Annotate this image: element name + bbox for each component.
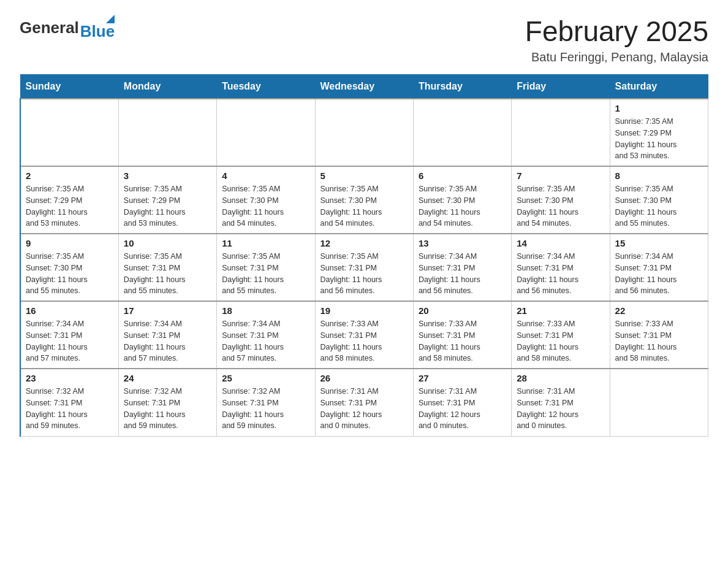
- day-info: Sunrise: 7:35 AMSunset: 7:31 PMDaylight:…: [124, 251, 211, 297]
- calendar-cell: 23Sunrise: 7:32 AMSunset: 7:31 PMDayligh…: [20, 369, 118, 436]
- calendar-cell: 9Sunrise: 7:35 AMSunset: 7:30 PMDaylight…: [20, 234, 118, 301]
- day-info: Sunrise: 7:31 AMSunset: 7:31 PMDaylight:…: [320, 386, 408, 432]
- logo-blue-part: Blue: [80, 15, 115, 41]
- calendar-header: SundayMondayTuesdayWednesdayThursdayFrid…: [20, 75, 708, 99]
- day-info: Sunrise: 7:35 AMSunset: 7:29 PMDaylight:…: [615, 116, 703, 162]
- day-number: 3: [124, 170, 211, 181]
- day-info: Sunrise: 7:35 AMSunset: 7:29 PMDaylight:…: [26, 183, 113, 229]
- day-info: Sunrise: 7:31 AMSunset: 7:31 PMDaylight:…: [419, 386, 506, 432]
- calendar-cell: [512, 99, 610, 166]
- day-info: Sunrise: 7:31 AMSunset: 7:31 PMDaylight:…: [517, 386, 604, 432]
- calendar-cell: 27Sunrise: 7:31 AMSunset: 7:31 PMDayligh…: [413, 369, 511, 436]
- calendar-body: 1Sunrise: 7:35 AMSunset: 7:29 PMDaylight…: [20, 99, 708, 436]
- calendar-cell: [610, 369, 708, 436]
- day-info: Sunrise: 7:35 AMSunset: 7:31 PMDaylight:…: [320, 251, 408, 297]
- weekday-header-row: SundayMondayTuesdayWednesdayThursdayFrid…: [20, 75, 708, 99]
- day-number: 1: [615, 103, 703, 113]
- day-number: 26: [320, 373, 408, 383]
- logo-general-text: General: [20, 18, 79, 37]
- title-area: February 2025 Batu Feringgi, Penang, Mal…: [525, 15, 708, 64]
- day-number: 10: [124, 238, 211, 248]
- day-number: 15: [615, 238, 703, 248]
- day-number: 24: [124, 373, 211, 383]
- subtitle: Batu Feringgi, Penang, Malaysia: [525, 50, 708, 64]
- day-info: Sunrise: 7:32 AMSunset: 7:31 PMDaylight:…: [222, 386, 309, 432]
- weekday-header-thursday: Thursday: [413, 75, 511, 99]
- calendar-cell: 16Sunrise: 7:34 AMSunset: 7:31 PMDayligh…: [20, 301, 118, 369]
- day-info: Sunrise: 7:35 AMSunset: 7:30 PMDaylight:…: [419, 183, 506, 229]
- day-info: Sunrise: 7:34 AMSunset: 7:31 PMDaylight:…: [222, 318, 309, 364]
- calendar-cell: [118, 99, 216, 166]
- day-info: Sunrise: 7:33 AMSunset: 7:31 PMDaylight:…: [320, 318, 408, 364]
- calendar-cell: 11Sunrise: 7:35 AMSunset: 7:31 PMDayligh…: [217, 234, 315, 301]
- day-number: 5: [320, 170, 408, 181]
- week-row-4: 16Sunrise: 7:34 AMSunset: 7:31 PMDayligh…: [20, 301, 708, 369]
- calendar-cell: 26Sunrise: 7:31 AMSunset: 7:31 PMDayligh…: [315, 369, 413, 436]
- day-number: 28: [517, 373, 604, 383]
- calendar-cell: 13Sunrise: 7:34 AMSunset: 7:31 PMDayligh…: [413, 234, 511, 301]
- day-info: Sunrise: 7:35 AMSunset: 7:29 PMDaylight:…: [124, 183, 211, 229]
- calendar-cell: 5Sunrise: 7:35 AMSunset: 7:30 PMDaylight…: [315, 166, 413, 234]
- calendar-cell: 17Sunrise: 7:34 AMSunset: 7:31 PMDayligh…: [118, 301, 216, 369]
- weekday-header-tuesday: Tuesday: [217, 75, 315, 99]
- day-info: Sunrise: 7:33 AMSunset: 7:31 PMDaylight:…: [517, 318, 604, 364]
- calendar-cell: 1Sunrise: 7:35 AMSunset: 7:29 PMDaylight…: [610, 99, 708, 166]
- day-info: Sunrise: 7:35 AMSunset: 7:30 PMDaylight:…: [222, 183, 309, 229]
- day-number: 12: [320, 238, 408, 248]
- calendar-cell: 20Sunrise: 7:33 AMSunset: 7:31 PMDayligh…: [413, 301, 511, 369]
- day-info: Sunrise: 7:34 AMSunset: 7:31 PMDaylight:…: [615, 251, 703, 297]
- calendar-cell: 2Sunrise: 7:35 AMSunset: 7:29 PMDaylight…: [20, 166, 118, 234]
- day-number: 16: [26, 305, 113, 316]
- day-info: Sunrise: 7:35 AMSunset: 7:30 PMDaylight:…: [615, 183, 703, 229]
- week-row-3: 9Sunrise: 7:35 AMSunset: 7:30 PMDaylight…: [20, 234, 708, 301]
- calendar-cell: 19Sunrise: 7:33 AMSunset: 7:31 PMDayligh…: [315, 301, 413, 369]
- weekday-header-monday: Monday: [118, 75, 216, 99]
- logo: General Blue: [20, 15, 115, 41]
- calendar-cell: [20, 99, 118, 166]
- header-area: General Blue February 2025 Batu Feringgi…: [20, 15, 708, 64]
- main-title: February 2025: [525, 15, 708, 48]
- calendar-cell: 25Sunrise: 7:32 AMSunset: 7:31 PMDayligh…: [217, 369, 315, 436]
- weekday-header-wednesday: Wednesday: [315, 75, 413, 99]
- day-number: 23: [26, 373, 113, 383]
- logo-blue-text: Blue: [80, 22, 115, 41]
- day-number: 14: [517, 238, 604, 248]
- weekday-header-sunday: Sunday: [20, 75, 118, 99]
- day-info: Sunrise: 7:34 AMSunset: 7:31 PMDaylight:…: [124, 318, 211, 364]
- calendar-cell: 24Sunrise: 7:32 AMSunset: 7:31 PMDayligh…: [118, 369, 216, 436]
- calendar-cell: 4Sunrise: 7:35 AMSunset: 7:30 PMDaylight…: [217, 166, 315, 234]
- day-info: Sunrise: 7:33 AMSunset: 7:31 PMDaylight:…: [615, 318, 703, 364]
- day-info: Sunrise: 7:32 AMSunset: 7:31 PMDaylight:…: [26, 386, 113, 432]
- day-number: 17: [124, 305, 211, 316]
- week-row-2: 2Sunrise: 7:35 AMSunset: 7:29 PMDaylight…: [20, 166, 708, 234]
- day-info: Sunrise: 7:35 AMSunset: 7:31 PMDaylight:…: [222, 251, 309, 297]
- calendar-table: SundayMondayTuesdayWednesdayThursdayFrid…: [20, 74, 708, 437]
- calendar-cell: 3Sunrise: 7:35 AMSunset: 7:29 PMDaylight…: [118, 166, 216, 234]
- calendar-cell: 22Sunrise: 7:33 AMSunset: 7:31 PMDayligh…: [610, 301, 708, 369]
- day-number: 7: [517, 170, 604, 181]
- calendar-cell: 28Sunrise: 7:31 AMSunset: 7:31 PMDayligh…: [512, 369, 610, 436]
- weekday-header-saturday: Saturday: [610, 75, 708, 99]
- day-number: 20: [419, 305, 506, 316]
- weekday-header-friday: Friday: [512, 75, 610, 99]
- day-info: Sunrise: 7:32 AMSunset: 7:31 PMDaylight:…: [124, 386, 211, 432]
- calendar-cell: 21Sunrise: 7:33 AMSunset: 7:31 PMDayligh…: [512, 301, 610, 369]
- day-info: Sunrise: 7:34 AMSunset: 7:31 PMDaylight:…: [26, 318, 113, 364]
- day-info: Sunrise: 7:35 AMSunset: 7:30 PMDaylight:…: [26, 251, 113, 297]
- day-info: Sunrise: 7:34 AMSunset: 7:31 PMDaylight:…: [517, 251, 604, 297]
- day-number: 11: [222, 238, 309, 248]
- day-info: Sunrise: 7:35 AMSunset: 7:30 PMDaylight:…: [320, 183, 408, 229]
- calendar-cell: 18Sunrise: 7:34 AMSunset: 7:31 PMDayligh…: [217, 301, 315, 369]
- calendar-cell: 7Sunrise: 7:35 AMSunset: 7:30 PMDaylight…: [512, 166, 610, 234]
- day-info: Sunrise: 7:34 AMSunset: 7:31 PMDaylight:…: [419, 251, 506, 297]
- calendar-cell: 10Sunrise: 7:35 AMSunset: 7:31 PMDayligh…: [118, 234, 216, 301]
- day-number: 27: [419, 373, 506, 383]
- day-number: 8: [615, 170, 703, 181]
- calendar-cell: 15Sunrise: 7:34 AMSunset: 7:31 PMDayligh…: [610, 234, 708, 301]
- week-row-1: 1Sunrise: 7:35 AMSunset: 7:29 PMDaylight…: [20, 99, 708, 166]
- calendar-cell: 6Sunrise: 7:35 AMSunset: 7:30 PMDaylight…: [413, 166, 511, 234]
- week-row-5: 23Sunrise: 7:32 AMSunset: 7:31 PMDayligh…: [20, 369, 708, 436]
- day-number: 13: [419, 238, 506, 248]
- day-info: Sunrise: 7:33 AMSunset: 7:31 PMDaylight:…: [419, 318, 506, 364]
- calendar-cell: 12Sunrise: 7:35 AMSunset: 7:31 PMDayligh…: [315, 234, 413, 301]
